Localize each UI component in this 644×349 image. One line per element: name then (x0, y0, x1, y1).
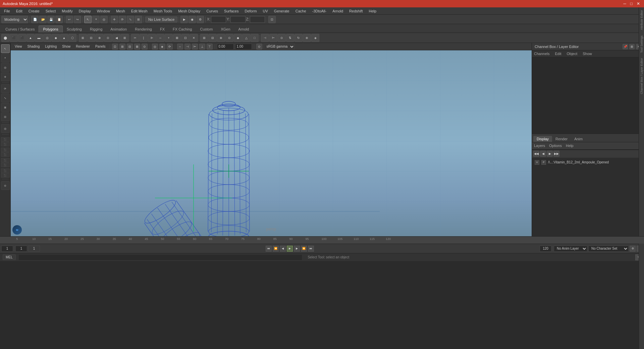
mode-dropdown[interactable]: Modeling (1, 16, 28, 23)
layer-icon-4[interactable]: ▶▶ (553, 151, 559, 157)
layer-row-0[interactable]: V P /\...:Vitamin_B12_2ml_Ampoule_Opened (533, 159, 643, 166)
rotate-btn[interactable]: ⟳ (119, 16, 126, 23)
menu-file[interactable]: File (1, 8, 13, 14)
script-input[interactable] (18, 254, 303, 260)
render-btn[interactable]: ▶ (180, 16, 188, 23)
menu-mesh[interactable]: Mesh (113, 8, 128, 14)
render-settings-btn[interactable]: ⚙ (197, 16, 204, 23)
prism-icon-btn[interactable]: ◆ (52, 34, 60, 42)
end-frame-field[interactable] (540, 246, 551, 252)
menu-edit[interactable]: Edit (13, 8, 25, 14)
go-to-start-btn[interactable]: ⏮ (266, 246, 272, 252)
attr-editor-tab[interactable]: Attribute Editor (639, 7, 644, 33)
extrude-icon-btn[interactable]: ⊞ (79, 34, 87, 42)
vp-value2-field[interactable] (235, 44, 252, 50)
tab-polygons[interactable]: Polygons (39, 26, 62, 33)
menu-edit-mesh[interactable]: Edit Mesh (128, 8, 150, 14)
display-subtab-layers[interactable]: Layers (534, 144, 545, 148)
wedge-icon-btn[interactable]: ◀ (112, 34, 120, 42)
next-frame-btn[interactable]: ▶ (294, 246, 300, 252)
quadrangulate-icon-btn[interactable]: □ (251, 34, 259, 42)
menu-window[interactable]: Window (94, 8, 113, 14)
merge-icon-btn[interactable]: ⊡ (181, 34, 190, 42)
select-btn[interactable]: ↖ (84, 16, 92, 23)
symmetrize-icon-btn[interactable]: ⊢ (269, 34, 277, 42)
side-small-btn1[interactable]: ⬛ (1, 137, 10, 142)
tab-custom[interactable]: Custom (196, 26, 217, 33)
anim-settings-btn[interactable]: ⚙ (630, 246, 636, 252)
triangulate-icon-btn[interactable]: △ (242, 34, 250, 42)
vp-ctrl1[interactable]: ⊡ (112, 44, 118, 50)
minimize-btn[interactable]: ─ (622, 1, 628, 6)
lasso-btn[interactable]: ⌖ (92, 16, 100, 23)
slide-edge-icon-btn[interactable]: ↔ (156, 34, 164, 42)
move-btn[interactable]: ✛ (111, 16, 118, 23)
snap-icon-btn[interactable]: ⊙ (1, 181, 10, 190)
vp-value1-field[interactable] (217, 44, 234, 50)
vp-render-icon[interactable]: ⊙ (256, 44, 262, 50)
collapse-icon-btn[interactable]: ⊠ (173, 34, 181, 42)
vp-shading-menu[interactable]: Shading (25, 44, 42, 49)
cb-pin-btn[interactable]: 📌 (623, 44, 628, 49)
cb-object-tab[interactable]: Object (567, 52, 577, 56)
delete-edge-icon-btn[interactable]: ✕ (190, 34, 198, 42)
tab-curves-surfaces[interactable]: Curves / Surfaces (1, 26, 39, 33)
universal-tool-btn[interactable]: ⊞ (1, 103, 10, 112)
vp-renderer-menu[interactable]: Renderer (74, 44, 92, 49)
cb-edit-tab[interactable]: Edit (555, 52, 561, 56)
step-forward-btn[interactable]: ⏩ (301, 246, 307, 252)
start-frame-field[interactable] (15, 246, 27, 252)
x-field[interactable] (211, 16, 226, 23)
vp-cam3[interactable]: ⟳ (167, 44, 173, 50)
menu-mesh-tools[interactable]: Mesh Tools (151, 8, 175, 14)
snap-btn[interactable]: ⊡ (268, 16, 276, 23)
vp-view4[interactable]: ⊥ (199, 44, 205, 50)
vp-view5[interactable]: ⊤ (207, 44, 213, 50)
offset-edge-icon-btn[interactable]: ⊫ (148, 34, 156, 42)
tab-rendering[interactable]: Rendering (131, 26, 156, 33)
menu-select[interactable]: Select (43, 8, 59, 14)
menu-uv[interactable]: UV (260, 8, 271, 14)
layer-playback-btn[interactable]: P (541, 160, 546, 165)
display-subtab-help[interactable]: Help (566, 144, 574, 148)
menu-3dtoall[interactable]: -3DtoAll- (310, 8, 329, 14)
close-btn[interactable]: ✕ (635, 1, 641, 6)
menu-arnold[interactable]: Arnold (330, 8, 346, 14)
cb-show-tab[interactable]: Show (583, 52, 592, 56)
vp-lighting-menu[interactable]: Lighting (43, 44, 59, 49)
vp-show-menu[interactable]: Show (60, 44, 72, 49)
vp-view-menu[interactable]: View (13, 44, 24, 49)
menu-deform[interactable]: Deform (242, 8, 259, 14)
vp-view1[interactable]: ↔ (177, 44, 183, 50)
paint-btn[interactable]: ◎ (100, 16, 108, 23)
anim-layer-dropdown[interactable]: No Anim Layer (554, 246, 587, 252)
menu-generate[interactable]: Generate (271, 8, 292, 14)
append-icon-btn[interactable]: ⊕ (96, 34, 104, 42)
ipr-btn[interactable]: ◉ (189, 16, 196, 23)
menu-surfaces[interactable]: Surfaces (221, 8, 241, 14)
transform-btn[interactable]: ⊞ (135, 16, 142, 23)
layer-icon-2[interactable]: ◀ (540, 151, 546, 157)
redo-btn[interactable]: ↪ (74, 16, 81, 23)
connect-icon-btn[interactable]: + (165, 34, 173, 42)
character-set-dropdown[interactable]: No Character Set (588, 246, 629, 252)
script-mode-btn[interactable]: MEL (3, 254, 16, 260)
vp-ctrl5[interactable]: ⊙ (142, 44, 148, 50)
current-frame-field[interactable] (1, 246, 13, 252)
side-small-btn8[interactable]: ⬛ (1, 173, 10, 178)
side-small-btn3[interactable]: ⬛ (1, 148, 10, 152)
undo-btn[interactable]: ↩ (66, 16, 73, 23)
menu-modify[interactable]: Modify (59, 8, 75, 14)
multi-cut-icon-btn[interactable]: ✂ (131, 34, 139, 42)
target-weld-icon-btn[interactable]: ⊙ (278, 34, 286, 42)
field3[interactable] (28, 246, 40, 252)
step-back-btn[interactable]: ⏪ (273, 246, 279, 252)
z-field[interactable] (250, 16, 265, 23)
side-small-btn7[interactable]: ⬛ (1, 168, 10, 173)
scale-btn[interactable]: ⤡ (127, 16, 134, 23)
menu-redshift[interactable]: Redshift (346, 8, 365, 14)
display-tab-anim[interactable]: Anim (571, 136, 586, 142)
menu-display[interactable]: Display (76, 8, 94, 14)
boolean-icon-btn[interactable]: ⊕ (217, 34, 225, 42)
scale-tool-btn[interactable]: ⤡ (1, 94, 10, 102)
